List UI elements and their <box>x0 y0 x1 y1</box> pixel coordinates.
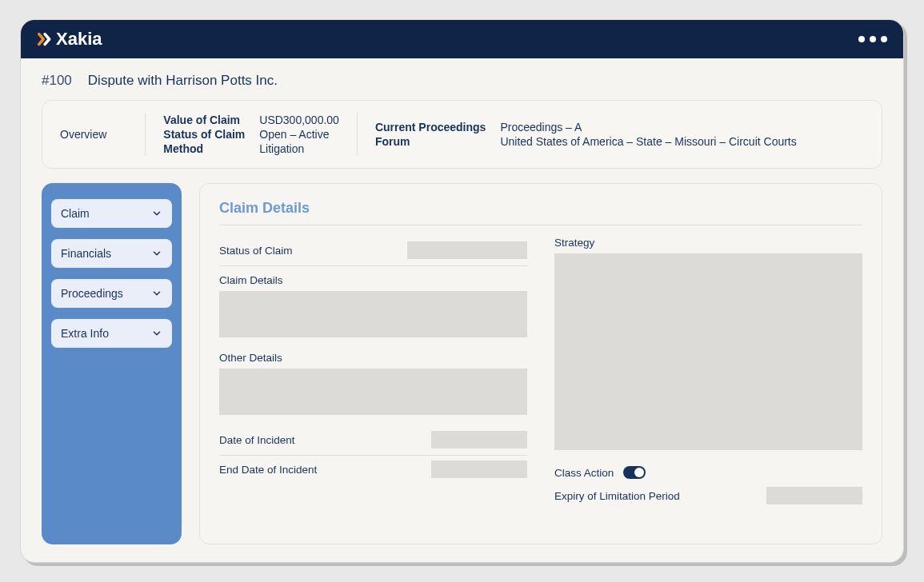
sidebar-item-financials[interactable]: Financials <box>51 239 172 268</box>
sidebar-item-label: Financials <box>61 247 111 260</box>
field-label: Claim Details <box>219 274 527 286</box>
label-method: Method <box>163 142 245 155</box>
sidebar-item-label: Proceedings <box>61 287 123 300</box>
content-area: Claim Financials Proceedings Extra Info … <box>21 183 903 562</box>
claim-details-textarea[interactable] <box>219 291 527 337</box>
overview-label: Overview <box>60 114 127 155</box>
field-claim-details: Claim Details <box>219 271 527 349</box>
field-label: Expiry of Limitation Period <box>554 490 680 502</box>
sidebar-item-extra-info[interactable]: Extra Info <box>51 319 172 348</box>
field-label: Status of Claim <box>219 245 293 257</box>
label-value-of-claim: Value of Claim <box>163 114 245 126</box>
panel-title: Claim Details <box>219 200 862 225</box>
expiry-limitation-input[interactable] <box>766 487 862 504</box>
claim-details-panel: Claim Details Status of Claim Claim Deta… <box>199 183 882 544</box>
class-action-toggle[interactable] <box>623 466 646 479</box>
other-details-textarea[interactable] <box>219 369 527 415</box>
sidebar-item-label: Extra Info <box>61 327 109 340</box>
chevron-down-icon <box>151 328 162 339</box>
sidebar-item-label: Claim <box>61 207 90 220</box>
field-class-action: Class Action <box>554 461 862 482</box>
field-date-of-incident: Date of Incident <box>219 426 527 456</box>
chevron-down-icon <box>151 248 162 259</box>
field-other-details: Other Details <box>219 349 527 426</box>
chevron-down-icon <box>151 208 162 219</box>
label-current-proceedings: Current Proceedings <box>375 121 486 134</box>
value-status-of-claim: Open – Active <box>259 128 339 141</box>
window-menu-dots[interactable] <box>858 36 887 42</box>
divider <box>145 114 146 155</box>
field-label: Date of Incident <box>219 434 295 446</box>
brand-logo: Xakia <box>37 29 102 50</box>
case-id: #100 <box>42 73 72 89</box>
end-date-of-incident-input[interactable] <box>431 460 527 478</box>
field-label: Other Details <box>219 352 527 364</box>
app-window: Xakia #100 Dispute with Harrison Potts I… <box>20 19 904 563</box>
label-forum: Forum <box>375 135 486 148</box>
value-current-proceedings: Proceedings – A <box>500 121 796 134</box>
field-strategy: Strategy <box>554 237 862 461</box>
field-status-of-claim: Status of Claim <box>219 237 527 266</box>
summary-block-2: Current Proceedings Forum Proceedings – … <box>375 121 797 148</box>
summary-card: Overview Value of Claim Status of Claim … <box>42 100 882 169</box>
value-forum: United States of America – State – Misso… <box>500 135 796 148</box>
sidebar-item-claim[interactable]: Claim <box>51 199 172 228</box>
field-label: Class Action <box>554 467 614 479</box>
field-expiry-limitation: Expiry of Limitation Period <box>554 482 862 506</box>
summary-block-1: Value of Claim Status of Claim Method US… <box>163 114 339 155</box>
field-label: Strategy <box>554 237 862 249</box>
topbar: Xakia <box>21 20 903 58</box>
page-title-row: #100 Dispute with Harrison Potts Inc. <box>21 58 903 100</box>
field-end-date-of-incident: End Date of Incident <box>219 456 527 484</box>
value-value-of-claim: USD300,000.00 <box>259 114 339 126</box>
divider <box>357 114 358 155</box>
date-of-incident-input[interactable] <box>431 431 527 448</box>
brand-name: Xakia <box>56 29 102 50</box>
sidebar-item-proceedings[interactable]: Proceedings <box>51 279 172 308</box>
chevron-down-icon <box>151 288 162 299</box>
strategy-textarea[interactable] <box>554 253 862 450</box>
label-status-of-claim: Status of Claim <box>163 128 245 141</box>
sidebar: Claim Financials Proceedings Extra Info <box>42 183 182 544</box>
status-of-claim-input[interactable] <box>407 241 527 259</box>
case-name: Dispute with Harrison Potts Inc. <box>88 73 278 89</box>
chevrons-icon <box>37 30 54 48</box>
value-method: Litigation <box>259 142 339 155</box>
field-label: End Date of Incident <box>219 464 317 476</box>
